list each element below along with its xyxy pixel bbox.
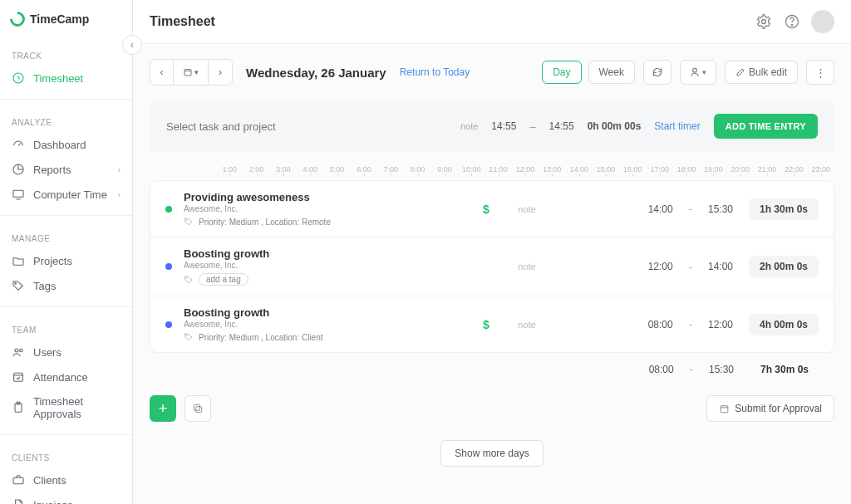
entry-duration: 4h 00m 0s — [749, 314, 819, 335]
dash: – — [529, 120, 535, 133]
sidebar-item-dashboard[interactable]: Dashboard — [0, 132, 132, 157]
main: Timesheet ‹ ▾ › Wednesday, 26 January Re — [133, 0, 851, 504]
entry-note-link[interactable]: note — [506, 262, 548, 272]
return-today-link[interactable]: Return to Today — [400, 66, 470, 78]
ruler-tick: 8:00 — [404, 165, 430, 174]
sidebar-item-reports[interactable]: Reports › — [0, 157, 132, 182]
next-day-button[interactable]: › — [209, 60, 232, 85]
entry-from[interactable]: 08:00 — [644, 319, 677, 330]
user-filter-button[interactable]: ▾ — [680, 60, 716, 85]
entry-to[interactable]: 12:00 — [704, 319, 737, 330]
chevron-right-icon: › — [118, 165, 121, 174]
entry-tagline: Priority: Medium , Location: Remote — [199, 218, 331, 227]
time-to[interactable]: 14:55 — [549, 120, 574, 132]
sidebar-item-projects[interactable]: Projects — [0, 248, 132, 273]
copy-button[interactable] — [184, 395, 211, 422]
entry-title: Boosting growth — [184, 306, 466, 319]
sidebar-label: Clients — [33, 474, 66, 487]
total-row: 08:00 - 15:30 7h 30m 0s — [150, 353, 834, 385]
time-from[interactable]: 14:55 — [491, 120, 516, 132]
chevron-down-icon: ▾ — [702, 68, 706, 76]
entry-from[interactable]: 12:00 — [644, 261, 677, 272]
sidebar-header-track: TRACK — [0, 45, 132, 66]
svg-point-10 — [762, 20, 766, 24]
timer-panel: Select task and project note 14:55 – 14:… — [150, 100, 834, 152]
add-tag-button[interactable]: add a tag — [199, 273, 248, 286]
bulk-edit-button[interactable]: Bulk edit — [725, 61, 798, 84]
ruler-tick: 7:00 — [377, 165, 404, 174]
svg-point-15 — [186, 220, 187, 221]
entry-tagline: Priority: Medium , Location: Client — [199, 333, 323, 342]
show-more-days-button[interactable]: Show more days — [440, 440, 543, 467]
add-entry-button[interactable]: + — [150, 395, 176, 422]
sidebar-item-computer-time[interactable]: Computer Time › — [0, 182, 132, 207]
svg-point-14 — [693, 68, 697, 72]
sidebar-item-approvals[interactable]: Timesheet Approvals — [0, 389, 132, 426]
ruler-tick: 5:00 — [323, 165, 350, 174]
calendar-picker-button[interactable]: ▾ — [174, 60, 209, 85]
svg-rect-2 — [13, 190, 23, 197]
ruler-tick: 13:00 — [539, 165, 565, 174]
sidebar-item-attendance[interactable]: Attendance — [0, 365, 132, 389]
add-time-entry-button[interactable]: ADD TIME ENTRY — [714, 114, 818, 139]
sidebar-header-clients: CLIENTS — [0, 447, 132, 467]
tag-icon — [12, 279, 25, 292]
sidebar-label: Computer Time — [33, 188, 107, 201]
sidebar-item-tags[interactable]: Tags — [0, 273, 132, 298]
sidebar-item-clients[interactable]: Clients — [0, 467, 132, 492]
more-menu-button[interactable]: ⋮ — [806, 60, 834, 85]
ruler-tick: 20:00 — [727, 165, 754, 174]
sidebar-label: Dashboard — [33, 139, 86, 151]
svg-point-16 — [186, 277, 187, 278]
time-entry[interactable]: Providing awesomeness Awesome, Inc. Prio… — [150, 181, 834, 237]
view-week-button[interactable]: Week — [588, 61, 635, 84]
submit-approval-button[interactable]: Submit for Approval — [706, 395, 834, 422]
logo-text: TimeCamp — [30, 12, 89, 26]
gear-icon[interactable] — [755, 12, 773, 31]
start-timer-link[interactable]: Start timer — [654, 120, 700, 132]
prev-day-button[interactable]: ‹ — [150, 60, 174, 85]
ruler-tick: 17:00 — [647, 165, 673, 174]
sidebar-label: Users — [33, 346, 61, 359]
logo[interactable]: TimeCamp — [0, 0, 132, 38]
entry-note-link[interactable]: note — [506, 204, 548, 214]
ruler-tick: 14:00 — [565, 165, 592, 174]
view-day-button[interactable]: Day — [542, 61, 581, 84]
sidebar-item-invoices[interactable]: Invoices — [0, 492, 132, 504]
topbar: Timesheet — [133, 0, 851, 44]
clock-icon — [12, 71, 25, 85]
time-entry[interactable]: Boosting growth Awesome, Inc. add a tag … — [150, 237, 834, 296]
date-toolbar: ‹ ▾ › Wednesday, 26 January Return to To… — [150, 59, 834, 86]
refresh-button[interactable] — [643, 60, 671, 85]
project-color-dot — [165, 206, 172, 213]
gauge-icon — [12, 138, 25, 151]
ruler-tick: 23:00 — [808, 165, 834, 174]
entry-client: Awesome, Inc. — [184, 261, 466, 270]
sidebar-item-timesheet[interactable]: Timesheet — [0, 66, 132, 91]
avatar[interactable] — [811, 10, 834, 33]
tag-icon — [184, 332, 194, 342]
sidebar-item-users[interactable]: Users — [0, 340, 132, 365]
svg-rect-20 — [721, 405, 728, 412]
time-entry[interactable]: Boosting growth Awesome, Inc. Priority: … — [150, 296, 834, 352]
entry-title: Boosting growth — [184, 247, 466, 260]
svg-rect-18 — [196, 407, 202, 413]
ruler-tick: 21:00 — [754, 165, 780, 174]
entry-note-link[interactable]: note — [506, 320, 548, 330]
entry-to[interactable]: 15:30 — [704, 203, 737, 215]
help-icon[interactable] — [783, 12, 801, 31]
billable-icon[interactable]: $ — [478, 318, 494, 331]
entry-from[interactable]: 14:00 — [644, 203, 677, 215]
ruler-tick: 1:00 — [216, 165, 243, 174]
sidebar-label: Tags — [33, 280, 56, 292]
sidebar-label: Timesheet Approvals — [33, 395, 121, 420]
svg-rect-13 — [184, 70, 191, 76]
billable-icon[interactable]: $ — [478, 203, 494, 216]
note-link[interactable]: note — [460, 121, 478, 131]
task-select[interactable]: Select task and project — [166, 120, 276, 133]
ruler-tick: 9:00 — [431, 165, 458, 174]
svg-point-3 — [15, 283, 17, 285]
collapse-sidebar-button[interactable]: ‹ — [122, 35, 142, 55]
entry-to[interactable]: 14:00 — [704, 261, 737, 272]
sidebar: TimeCamp ‹ TRACK Timesheet ANALYZE Dashb… — [0, 0, 133, 504]
